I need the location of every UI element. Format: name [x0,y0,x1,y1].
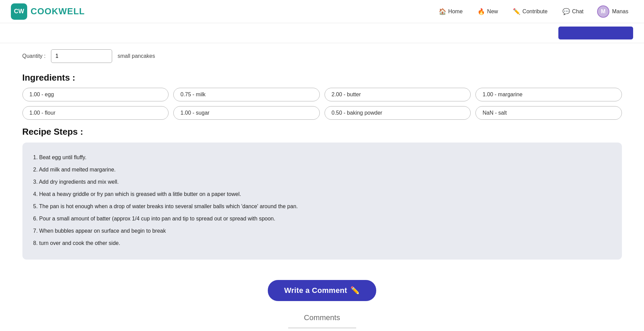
user-avatar: M [597,5,609,18]
user-menu[interactable]: M Manas [592,3,633,20]
search-bar[interactable] [558,27,633,39]
nav-home[interactable]: 🏠 Home [433,5,469,18]
recipe-steps-title: Recipe Steps : [22,127,622,137]
quantity-row: Quantity : small pancakes [14,43,630,66]
home-icon: 🏠 [439,8,446,15]
ingredient-item: 1.00 - flour [22,106,169,120]
nav-contribute[interactable]: ✏️ Contribute [507,5,554,18]
recipe-step: 6. Pour a small amount of batter (approx… [33,213,611,224]
quantity-input[interactable] [51,49,112,63]
main-content: Quantity : small pancakes Ingredients : … [6,43,638,331]
recipe-steps-list: 1. Beat egg until fluffy. 2. Add milk an… [33,152,611,249]
quantity-label: Quantity : [22,53,46,59]
write-comment-icon: ✏️ [350,286,360,295]
fire-icon: 🔥 [477,8,485,15]
user-name: Manas [612,9,628,15]
nav-links: 🏠 Home 🔥 New ✏️ Contribute 💬 Chat M Mana… [433,3,633,20]
recipe-step: 8. turn over and cook the other side. [33,238,611,249]
search-bar-row [0,23,644,43]
ingredient-item: 1.00 - margarine [475,88,622,101]
chat-icon: 💬 [562,8,570,15]
logo-icon: CW [11,3,27,20]
recipe-step: 5. The pan is hot enough when a drop of … [33,201,611,212]
nav-contribute-label: Contribute [522,9,547,15]
write-comment-label: Write a Comment [284,286,347,295]
nav-home-label: Home [448,9,463,15]
ingredient-item: 0.75 - milk [173,88,320,101]
ingredient-item: 2.00 - butter [325,88,471,101]
pen-icon: ✏️ [513,8,520,15]
recipe-steps-box: 1. Beat egg until fluffy. 2. Add milk an… [22,143,622,260]
recipe-step: 3. Add dry ingredients and mix well. [33,177,611,187]
recipe-step: 4. Heat a heavy griddle or fry pan which… [33,189,611,200]
ingredient-item: 1.00 - sugar [173,106,320,120]
comments-section: Comments [14,308,630,328]
logo-text: COOKWELL [31,6,85,17]
ingredient-item: 1.00 - egg [22,88,169,101]
recipe-step: 1. Beat egg until fluffy. [33,152,611,163]
navbar: CW COOKWELL 🏠 Home 🔥 New ✏️ Contribute 💬… [0,0,644,23]
ingredients-title: Ingredients : [14,66,630,88]
logo-link[interactable]: CW COOKWELL [11,3,85,20]
write-comment-button[interactable]: Write a Comment ✏️ [268,280,376,301]
nav-chat-label: Chat [572,9,584,15]
ingredient-item: 0.50 - baking powder [325,106,471,120]
ingredients-grid: 1.00 - egg 0.75 - milk 2.00 - butter 1.0… [14,88,630,123]
recipe-step: 7. When bubbles appear on surface and be… [33,226,611,236]
recipe-step: 2. Add milk and melted margarine. [33,164,611,175]
nav-new[interactable]: 🔥 New [471,5,504,18]
quantity-unit: small pancakes [118,53,155,59]
comments-divider [288,328,356,328]
ingredient-item: NaN - salt [475,106,622,120]
comment-button-row: Write a Comment ✏️ [14,268,630,308]
nav-chat[interactable]: 💬 Chat [556,5,590,18]
comments-title: Comments [22,313,622,322]
nav-new-label: New [487,9,498,15]
recipe-steps-section: Recipe Steps : 1. Beat egg until fluffy.… [14,123,630,268]
